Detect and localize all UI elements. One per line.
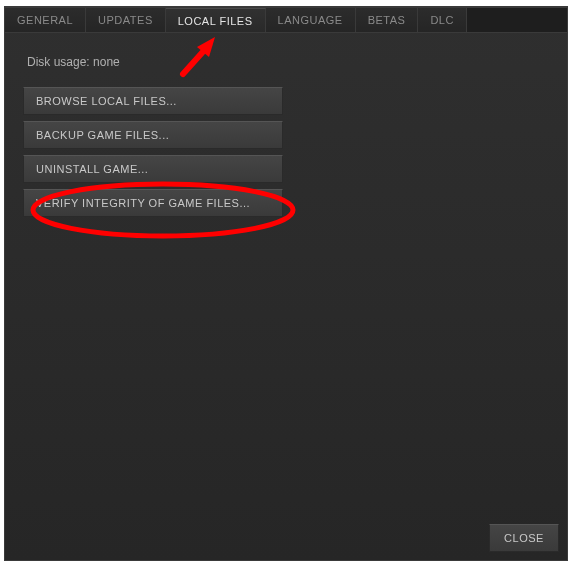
close-button[interactable]: CLOSE — [489, 524, 559, 552]
tab-bar: GENERAL UPDATES LOCAL FILES LANGUAGE BET… — [5, 7, 567, 33]
tab-language[interactable]: LANGUAGE — [266, 8, 356, 32]
tab-spacer — [467, 8, 567, 32]
disk-usage-label: Disk usage: none — [23, 55, 549, 69]
tab-local-files[interactable]: LOCAL FILES — [166, 8, 266, 32]
tab-betas[interactable]: BETAS — [356, 8, 419, 32]
backup-game-files-button[interactable]: BACKUP GAME FILES... — [23, 121, 283, 149]
properties-window: GENERAL UPDATES LOCAL FILES LANGUAGE BET… — [4, 6, 568, 561]
footer: CLOSE — [489, 524, 559, 552]
uninstall-game-button[interactable]: UNINSTALL GAME... — [23, 155, 283, 183]
local-files-panel: Disk usage: none BROWSE LOCAL FILES... B… — [5, 33, 567, 560]
tab-dlc[interactable]: DLC — [418, 8, 467, 32]
tab-updates[interactable]: UPDATES — [86, 8, 166, 32]
verify-integrity-button[interactable]: VERIFY INTEGRITY OF GAME FILES... — [23, 189, 283, 217]
browse-local-files-button[interactable]: BROWSE LOCAL FILES... — [23, 87, 283, 115]
tab-general[interactable]: GENERAL — [5, 8, 86, 32]
